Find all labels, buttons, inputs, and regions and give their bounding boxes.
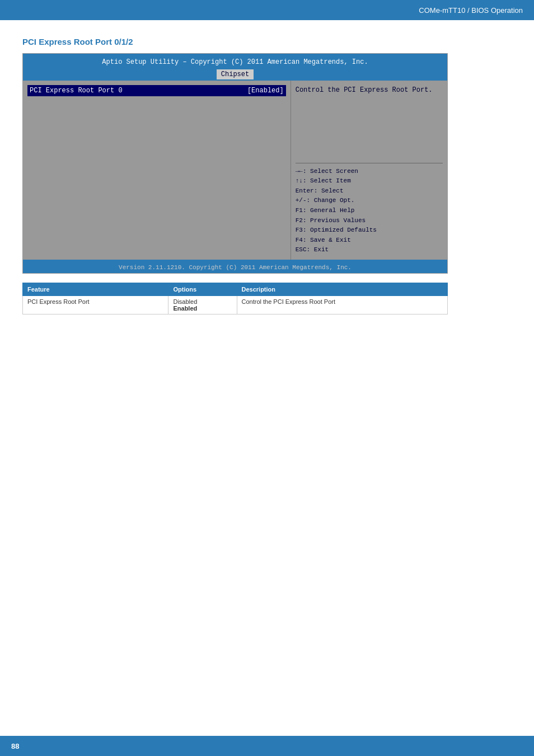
keybind-f1: F1: General Help <box>296 206 443 216</box>
table-cell-feature: PCI Express Root Port <box>23 296 168 314</box>
bios-panels: PCI Express Root Port 0 [Enabled] Contro… <box>23 81 447 260</box>
bios-left-panel: PCI Express Root Port 0 [Enabled] <box>23 81 291 260</box>
keybind-esc: ESC: Exit <box>296 245 443 255</box>
page-number: 88 <box>11 742 19 750</box>
bios-screenshot: Aptio Setup Utility – Copyright (C) 2011… <box>22 53 448 274</box>
keybind-select-item: ↑↓: Select Item <box>296 176 443 186</box>
table-cell-description: Control the PCI Express Root Port <box>237 296 448 314</box>
table-row: PCI Express Root Port Disabled Enabled C… <box>23 296 448 314</box>
bios-footer-text: Version 2.11.1210. Copyright (C) 2011 Am… <box>119 264 352 271</box>
bios-right-panel: Control the PCI Express Root Port. →←: S… <box>291 81 447 260</box>
keybind-f3: F3: Optimized Defaults <box>296 226 443 236</box>
bios-keybinds: →←: Select Screen ↑↓: Select Item Enter:… <box>296 167 443 255</box>
keybind-f2: F2: Previous Values <box>296 216 443 226</box>
option-enabled: Enabled <box>173 305 197 312</box>
col-header-description: Description <box>237 283 448 296</box>
top-bar: COMe-mTT10 / BIOS Operation <box>0 0 534 20</box>
table-cell-options: Disabled Enabled <box>168 296 237 314</box>
keybind-select-screen: →←: Select Screen <box>296 167 443 177</box>
bios-tab-chipset[interactable]: Chipset <box>217 69 254 79</box>
bios-divider <box>296 163 443 163</box>
bios-menu-item-value: [Enabled] <box>247 87 284 95</box>
options-table: Feature Options Description PCI Express … <box>22 283 448 314</box>
bios-help-text: Control the PCI Express Root Port. <box>296 85 443 159</box>
bios-menu-item-label: PCI Express Root Port 0 <box>30 87 247 95</box>
bios-footer: Version 2.11.1210. Copyright (C) 2011 Am… <box>23 260 447 273</box>
col-header-feature: Feature <box>23 283 168 296</box>
col-header-options: Options <box>168 283 237 296</box>
bios-titlebar: Aptio Setup Utility – Copyright (C) 2011… <box>23 54 447 68</box>
bios-titlebar-text: Aptio Setup Utility – Copyright (C) 2011… <box>102 58 368 66</box>
header-title: COMe-mTT10 / BIOS Operation <box>419 6 523 15</box>
main-content: PCI Express Root Port 0/1/2 Aptio Setup … <box>0 20 534 337</box>
bios-tabs: Chipset <box>23 68 447 81</box>
keybind-f4: F4: Save & Exit <box>296 236 443 246</box>
section-heading: PCI Express Root Port 0/1/2 <box>22 37 512 46</box>
keybind-enter: Enter: Select <box>296 186 443 196</box>
keybind-change-opt: +/-: Change Opt. <box>296 196 443 206</box>
bottom-bar: 88 <box>0 736 534 756</box>
bios-menu-item-pci-root[interactable]: PCI Express Root Port 0 [Enabled] <box>27 85 286 96</box>
option-disabled: Disabled <box>173 298 197 305</box>
